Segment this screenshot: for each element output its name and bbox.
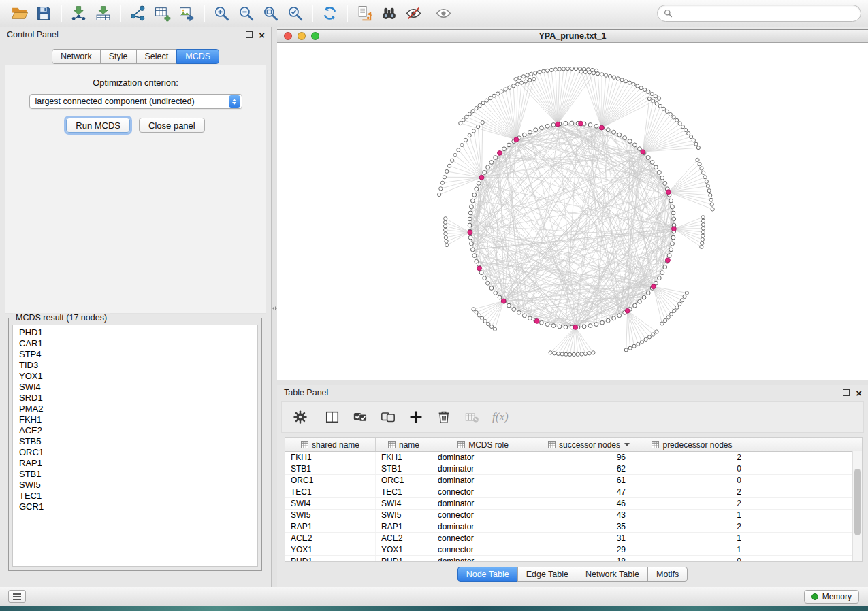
export-image-button[interactable] <box>174 3 199 24</box>
hide-selected-button[interactable] <box>401 3 425 24</box>
search-network-button[interactable] <box>376 3 401 24</box>
close-panel-icon[interactable]: × <box>856 388 862 398</box>
table-cell[interactable]: PHD1 <box>376 556 432 562</box>
mcds-result-item[interactable]: SWI4 <box>19 382 257 393</box>
mcds-result-list[interactable]: PHD1CAR1STP4TID3YOX1SWI4SRD1PMA2FKH1ACE2… <box>12 325 258 567</box>
network-window-titlebar[interactable]: YPA_prune.txt_1 <box>277 29 868 43</box>
table-cell[interactable]: 31 <box>534 533 634 544</box>
table-cell[interactable]: 46 <box>534 498 634 509</box>
table-cell[interactable]: SWI4 <box>376 498 432 509</box>
table-cell[interactable]: 29 <box>534 544 634 555</box>
mcds-result-item[interactable]: SRD1 <box>19 393 257 403</box>
splitter-grip-icon[interactable] <box>272 305 277 312</box>
memory-button[interactable]: Memory <box>804 590 859 604</box>
delete-column-button[interactable] <box>435 408 453 426</box>
zoom-fit-button[interactable] <box>258 3 283 24</box>
table-cell[interactable]: 2 <box>634 486 750 497</box>
column-header-predecessor-nodes[interactable]: predecessor nodes <box>634 438 750 451</box>
table-row[interactable]: YOX1YOX1connector291 <box>285 544 862 556</box>
table-row[interactable]: ORC1ORC1dominator610 <box>285 475 862 486</box>
close-mcds-panel-button[interactable]: Close panel <box>139 118 205 133</box>
table-cell[interactable]: dominator <box>432 498 534 509</box>
table-cell[interactable]: dominator <box>432 521 534 532</box>
mcds-result-item[interactable]: TEC1 <box>19 491 257 501</box>
table-row[interactable]: RAP1RAP1dominator352 <box>285 521 862 533</box>
table-cell[interactable]: 2 <box>634 521 750 532</box>
table-cell[interactable]: SWI5 <box>285 510 376 521</box>
table-cell[interactable]: ORC1 <box>376 475 432 486</box>
table-cell[interactable]: RAP1 <box>285 521 376 532</box>
mcds-result-item[interactable]: STB1 <box>19 469 257 480</box>
table-cell[interactable]: YOX1 <box>376 544 432 555</box>
new-network-button[interactable] <box>125 3 150 24</box>
table-cell[interactable]: RAP1 <box>376 521 432 532</box>
table-cell[interactable]: 1 <box>634 510 750 521</box>
table-row[interactable]: STB1STB1dominator620 <box>285 463 862 475</box>
new-table-button[interactable] <box>150 3 174 24</box>
search-input[interactable] <box>677 8 854 19</box>
column-header-successor-nodes[interactable]: successor nodes <box>534 438 634 451</box>
table-cell[interactable]: 47 <box>534 486 634 497</box>
table-cell[interactable]: dominator <box>432 452 534 463</box>
table-row[interactable]: TEC1TEC1connector472 <box>285 486 862 498</box>
table-cell[interactable]: ORC1 <box>285 475 376 486</box>
mcds-result-item[interactable]: FKH1 <box>19 414 257 425</box>
mcds-result-item[interactable]: STP4 <box>19 349 257 360</box>
table-scrollbar[interactable] <box>852 451 862 561</box>
panel-menu-button[interactable] <box>8 590 26 603</box>
table-cell[interactable]: 62 <box>534 463 634 474</box>
table-cell[interactable]: 18 <box>534 556 634 562</box>
table-cell[interactable]: TEC1 <box>285 486 376 497</box>
network-graph-canvas[interactable] <box>277 43 868 380</box>
table-cell[interactable]: 0 <box>634 556 750 562</box>
table-row[interactable]: SWI5SWI5connector431 <box>285 510 862 521</box>
table-cell[interactable]: 96 <box>534 452 634 463</box>
table-cell[interactable]: 1 <box>634 544 750 555</box>
table-cell[interactable]: 61 <box>534 475 634 486</box>
mcds-result-item[interactable]: SWI5 <box>19 480 257 491</box>
tab-node-table[interactable]: Node Table <box>457 567 518 582</box>
mcds-result-item[interactable]: RAP1 <box>19 458 257 469</box>
mcds-result-item[interactable]: PMA2 <box>19 403 257 414</box>
mcds-result-item[interactable]: ACE2 <box>19 425 257 436</box>
mcds-result-item[interactable]: GCR1 <box>19 501 257 512</box>
table-cell[interactable]: connector <box>432 486 534 497</box>
table-cell[interactable]: 2 <box>634 498 750 509</box>
tab-mcds[interactable]: MCDS <box>176 49 219 64</box>
mcds-result-item[interactable]: PHD1 <box>19 327 257 338</box>
table-cell[interactable]: connector <box>432 533 534 544</box>
table-cell[interactable]: PHD1 <box>285 556 376 562</box>
table-cell[interactable]: STB1 <box>285 463 376 474</box>
global-search[interactable] <box>657 5 861 22</box>
table-row[interactable]: FKH1FKH1dominator962 <box>285 452 862 463</box>
table-cell[interactable]: 2 <box>634 452 750 463</box>
deselect-all-rows-button[interactable] <box>379 408 397 426</box>
table-cell[interactable]: 0 <box>634 463 750 474</box>
zoom-selected-button[interactable] <box>283 3 307 24</box>
import-network-button[interactable] <box>66 3 91 24</box>
table-cell[interactable]: ACE2 <box>376 533 432 544</box>
table-cell[interactable]: connector <box>432 510 534 521</box>
table-row[interactable]: PHD1PHD1dominator180 <box>285 556 862 562</box>
table-cell[interactable]: TEC1 <box>376 486 432 497</box>
optimization-criterion-select[interactable]: largest connected component (undirected) <box>29 94 242 109</box>
table-cell[interactable]: 1 <box>634 533 750 544</box>
show-all-button[interactable] <box>431 3 455 24</box>
table-cell[interactable]: FKH1 <box>376 452 432 463</box>
import-table-button[interactable] <box>91 3 115 24</box>
open-session-button[interactable] <box>7 3 31 24</box>
table-cell[interactable]: YOX1 <box>285 544 376 555</box>
table-cell[interactable]: dominator <box>432 463 534 474</box>
close-panel-icon[interactable]: × <box>259 30 265 40</box>
tab-motifs[interactable]: Motifs <box>647 567 688 582</box>
tab-select[interactable]: Select <box>136 49 178 64</box>
float-panel-icon[interactable] <box>843 389 850 396</box>
table-settings-button[interactable] <box>291 408 309 426</box>
mcds-result-item[interactable]: ORC1 <box>19 447 257 458</box>
refresh-button[interactable] <box>317 3 342 24</box>
run-mcds-button[interactable]: Run MCDS <box>66 118 130 133</box>
tab-edge-table[interactable]: Edge Table <box>517 567 577 582</box>
save-session-button[interactable] <box>31 3 56 24</box>
table-cell[interactable]: dominator <box>432 475 534 486</box>
table-cell[interactable]: dominator <box>432 556 534 562</box>
